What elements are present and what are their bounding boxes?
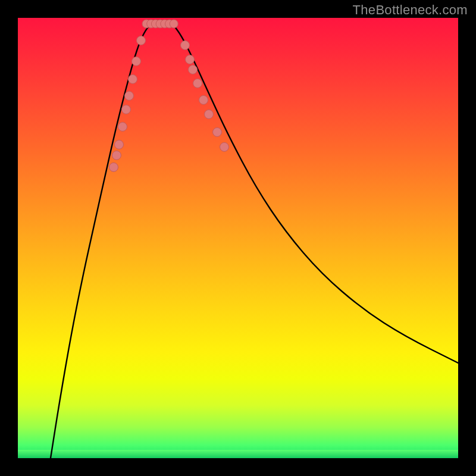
data-point	[181, 41, 190, 50]
watermark-text: TheBottleneck.com	[353, 2, 468, 18]
right-curve	[173, 24, 458, 363]
data-point	[125, 92, 134, 101]
data-point	[129, 75, 137, 84]
markers-left	[109, 36, 146, 172]
data-point	[118, 123, 127, 131]
data-point	[205, 110, 214, 119]
data-point	[109, 163, 118, 172]
data-point	[189, 65, 198, 74]
curves-layer	[18, 18, 458, 458]
data-point	[137, 36, 146, 45]
plot-area	[18, 18, 458, 458]
data-point	[213, 128, 222, 137]
valley-point	[170, 20, 178, 28]
data-point	[186, 55, 195, 64]
data-point	[115, 140, 124, 149]
chart-frame: TheBottleneck.com	[0, 0, 476, 476]
data-point	[199, 96, 208, 105]
data-point	[193, 79, 202, 88]
left-curve	[51, 24, 151, 458]
data-point	[132, 57, 141, 66]
bottom-blob	[142, 20, 178, 28]
data-point	[112, 151, 121, 160]
data-point	[220, 143, 229, 152]
data-point	[122, 105, 131, 114]
markers-right	[181, 41, 229, 152]
